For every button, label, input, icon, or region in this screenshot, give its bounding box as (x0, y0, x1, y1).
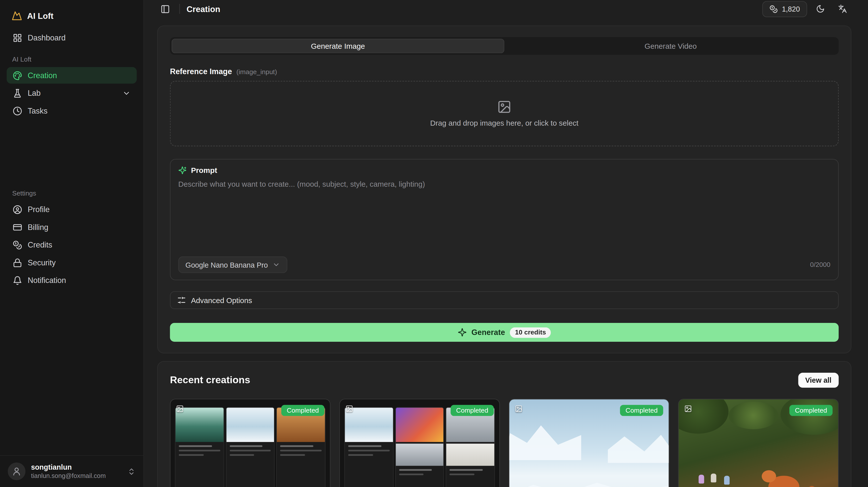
sparkles-icon (178, 166, 187, 174)
chevrons-up-down-icon (127, 467, 135, 476)
prompt-label: Prompt (191, 166, 217, 174)
image-type-icon (176, 405, 184, 413)
sidebar-item-notification[interactable]: Notification (6, 272, 136, 288)
advanced-options-label: Advanced Options (191, 296, 252, 304)
app-logo[interactable]: AI Loft (0, 0, 144, 29)
status-badge: Completed (789, 405, 833, 416)
user-email: tianlun.song@foxmail.com (31, 472, 122, 480)
status-badge: Completed (620, 405, 663, 416)
person-illustration (724, 476, 730, 485)
user-info: songtianlun tianlun.song@foxmail.com (31, 463, 122, 480)
sidebar-item-label: Billing (28, 223, 48, 232)
sidebar-item-creation[interactable]: Creation (6, 67, 136, 84)
sidebar-item-label: Tasks (28, 106, 48, 115)
credits-balance-badge[interactable]: 1,820 (763, 1, 807, 17)
sidebar-item-tasks[interactable]: Tasks (6, 102, 136, 119)
creation-card[interactable]: Completed (339, 399, 500, 487)
generator-panel: Generate Image Generate Video Reference … (157, 25, 851, 353)
advanced-options-toggle[interactable]: Advanced Options (170, 291, 839, 309)
sidebar-item-label: Profile (28, 205, 50, 214)
view-all-button[interactable]: View all (798, 373, 839, 388)
theme-toggle-button[interactable] (811, 0, 829, 18)
user-circle-icon (12, 204, 22, 214)
image-icon (497, 100, 512, 114)
foliage-illustration (728, 401, 778, 429)
sidebar-spacer (0, 120, 144, 180)
credit-card-icon (12, 222, 22, 232)
sidebar-item-security[interactable]: Security (6, 254, 136, 271)
image-type-icon (345, 405, 353, 413)
main-area: Creation 1,820 Generate Image (144, 0, 868, 487)
character-counter: 0/2000 (810, 261, 830, 269)
red-panda-head-illustration (762, 470, 776, 482)
bell-icon (12, 275, 22, 285)
foliage-illustration (781, 399, 839, 435)
prompt-input[interactable] (178, 180, 830, 256)
reference-image-label: Reference Image (170, 67, 232, 76)
chevron-down-icon (272, 261, 280, 269)
grid-icon (12, 33, 22, 43)
recent-creations-grid: Completed (170, 399, 839, 487)
sidebar-item-dashboard[interactable]: Dashboard (6, 29, 136, 46)
sidebar-item-label: Dashboard (28, 33, 66, 42)
creation-card[interactable]: Completed (678, 399, 839, 487)
ui-collage-column (446, 407, 495, 487)
panel-left-icon (160, 4, 169, 13)
person-illustration (711, 474, 716, 482)
prompt-header: Prompt (178, 166, 830, 174)
topbar-actions: 1,820 (763, 0, 851, 18)
sidebar-item-billing[interactable]: Billing (6, 219, 136, 236)
language-toggle-button[interactable] (834, 0, 851, 18)
languages-icon (838, 4, 847, 13)
prompt-box: Prompt Google Nano Banana Pro 0/2000 (170, 159, 839, 280)
model-select[interactable]: Google Nano Banana Pro (178, 256, 287, 273)
generator-tabs: Generate Image Generate Video (170, 37, 839, 55)
ui-collage-column (395, 407, 444, 487)
ui-collage-column (277, 407, 326, 487)
model-select-value: Google Nano Banana Pro (185, 261, 268, 269)
creation-card[interactable]: Completed (509, 399, 669, 487)
app-name: AI Loft (27, 11, 54, 20)
user-menu[interactable]: songtianlun tianlun.song@foxmail.com (0, 455, 144, 487)
user-name: songtianlun (31, 463, 122, 472)
topbar: Creation 1,820 (144, 0, 868, 18)
tab-generate-video[interactable]: Generate Video (504, 39, 837, 53)
palette-icon (12, 70, 22, 81)
status-badge: Completed (281, 405, 324, 416)
sidebar-toggle-button[interactable] (157, 1, 173, 17)
prompt-footer: Google Nano Banana Pro 0/2000 (178, 256, 830, 273)
reference-image-hint: (image_input) (236, 68, 277, 76)
iceberg-illustration (608, 430, 669, 463)
moon-icon (816, 4, 825, 13)
chevron-down-icon (121, 88, 131, 98)
person-illustration (699, 475, 704, 484)
sidebar-item-credits[interactable]: Credits (6, 237, 136, 253)
generate-button[interactable]: Generate 10 credits (170, 323, 839, 342)
generate-button-label: Generate (471, 328, 505, 337)
sidebar-item-label: Security (28, 258, 56, 267)
ui-collage-column (226, 407, 275, 487)
sliders-icon (177, 296, 186, 305)
foliage-illustration (678, 399, 728, 434)
flask-icon (12, 88, 22, 98)
recent-creations-panel: Recent creations View all (157, 361, 851, 487)
sparkles-icon (458, 328, 466, 337)
sidebar-section-settings: Settings (0, 181, 144, 201)
sidebar-item-profile[interactable]: Profile (6, 201, 136, 218)
red-panda-tail-illustration (803, 485, 816, 487)
reference-image-header: Reference Image (image_input) (170, 67, 839, 76)
image-type-icon (515, 405, 523, 413)
image-dropzone[interactable]: Drag and drop images here, or click to s… (170, 81, 839, 146)
credits-balance-value: 1,820 (782, 5, 800, 13)
clock-icon (12, 106, 22, 116)
coins-icon (770, 5, 778, 13)
sidebar-item-label: Credits (28, 241, 52, 249)
generate-cost-badge: 10 credits (510, 327, 551, 338)
ice-floor-illustration (509, 479, 669, 487)
sidebar: AI Loft Dashboard AI Loft Creation Lab (0, 0, 144, 487)
creation-card[interactable]: Completed (170, 399, 331, 487)
avatar (8, 463, 26, 481)
sidebar-item-lab[interactable]: Lab (6, 85, 136, 101)
lock-icon (12, 257, 22, 268)
tab-generate-image[interactable]: Generate Image (172, 39, 504, 53)
